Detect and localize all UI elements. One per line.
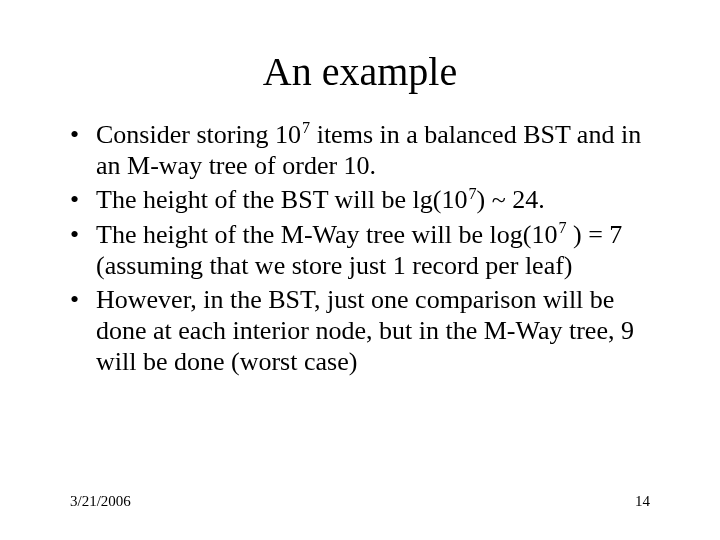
superscript: 7 [302,119,310,136]
slide-title: An example [0,48,720,95]
slide: An example Consider storing 107 items in… [0,0,720,540]
bullet-text-pre: However, in the BST, just one comparison… [96,285,634,375]
bullet-text-pre: The height of the M-Way tree will be log… [96,220,557,249]
bullet-item: However, in the BST, just one comparison… [70,285,660,377]
footer-date: 3/21/2006 [70,493,131,510]
bullet-item: The height of the BST will be lg(107) ~ … [70,185,660,216]
footer-page-number: 14 [635,493,650,510]
bullet-item: Consider storing 107 items in a balanced… [70,120,660,181]
bullet-list: Consider storing 107 items in a balanced… [70,120,660,377]
bullet-item: The height of the M-Way tree will be log… [70,220,660,281]
bullet-text-post: ) ~ 24. [476,185,544,214]
slide-body: Consider storing 107 items in a balanced… [70,120,660,381]
bullet-text-pre: Consider storing 10 [96,120,301,149]
superscript: 7 [558,219,566,236]
bullet-text-pre: The height of the BST will be lg(10 [96,185,467,214]
